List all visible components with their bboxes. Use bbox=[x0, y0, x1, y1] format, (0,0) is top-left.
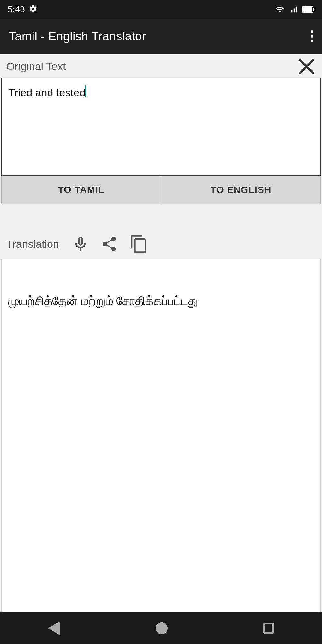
app-title: Tamil - English Translator bbox=[9, 30, 146, 43]
main-content: Original Text Tried and tested TO TAMIL … bbox=[0, 54, 322, 612]
svg-rect-2 bbox=[303, 7, 312, 12]
status-time: 5:43 bbox=[8, 4, 25, 15]
status-bar: 5:43 bbox=[0, 0, 322, 19]
wifi-icon bbox=[274, 5, 285, 14]
recent-apps-button[interactable] bbox=[263, 623, 274, 634]
translation-label: Translation bbox=[6, 238, 59, 250]
gear-icon bbox=[29, 4, 38, 15]
home-button[interactable] bbox=[156, 622, 168, 634]
original-text-label: Original Text bbox=[6, 60, 66, 73]
output-text: முயற்சித்தேன் மற்றும் சோதிக்கப்பட்டது bbox=[8, 266, 314, 310]
input-text: Tried and tested bbox=[8, 86, 85, 98]
close-button[interactable] bbox=[297, 59, 316, 73]
microphone-button[interactable] bbox=[72, 234, 89, 254]
nav-bar bbox=[0, 612, 322, 644]
back-icon bbox=[48, 621, 60, 635]
original-text-header: Original Text bbox=[0, 54, 322, 78]
svg-rect-1 bbox=[313, 8, 314, 11]
output-area: முயற்சித்தேன் மற்றும் சோதிக்கப்பட்டது bbox=[1, 259, 321, 612]
input-area[interactable]: Tried and tested bbox=[1, 78, 321, 176]
back-button[interactable] bbox=[48, 621, 60, 635]
to-english-button[interactable]: TO ENGLISH bbox=[161, 176, 321, 204]
recent-apps-icon bbox=[263, 623, 274, 634]
copy-button[interactable] bbox=[129, 234, 149, 254]
translation-header: Translation bbox=[0, 229, 322, 259]
status-icons bbox=[274, 5, 314, 14]
more-options-icon[interactable] bbox=[311, 30, 313, 42]
text-cursor bbox=[85, 85, 86, 97]
translation-buttons: TO TAMIL TO ENGLISH bbox=[1, 176, 321, 204]
share-button[interactable] bbox=[99, 235, 120, 253]
mid-space bbox=[0, 204, 322, 229]
to-tamil-button[interactable]: TO TAMIL bbox=[1, 176, 161, 204]
app-bar: Tamil - English Translator bbox=[0, 19, 322, 54]
battery-icon bbox=[302, 6, 314, 13]
home-icon bbox=[156, 622, 168, 634]
signal-icon bbox=[289, 5, 299, 14]
